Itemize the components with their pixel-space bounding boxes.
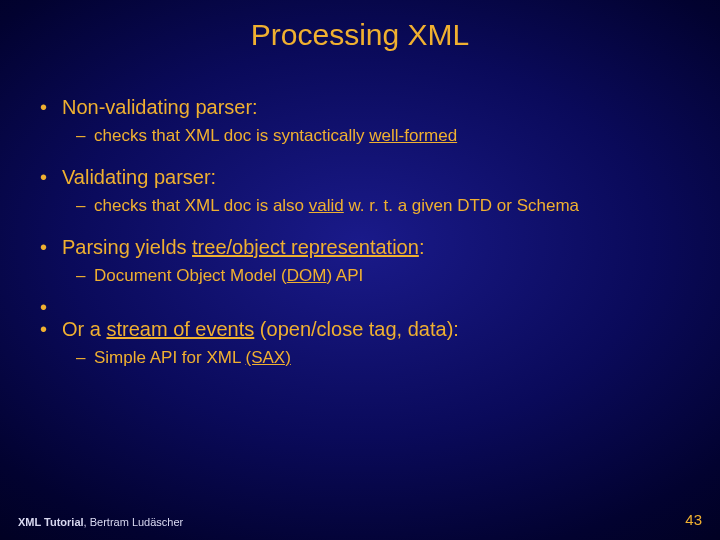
text: w. r. t. a given DTD or Schema (344, 196, 579, 215)
bullet-non-validating: Non-validating parser: (36, 94, 684, 121)
bullet-stream-events: Or a stream of events (open/close tag, d… (36, 316, 684, 343)
text: Simple API for XML (94, 348, 245, 367)
text: : (252, 96, 258, 118)
subbullet-valid: checks that XML doc is also valid w. r. … (36, 195, 684, 218)
bullet-validating: Validating parser: (36, 164, 684, 191)
footer: XML Tutorial, Bertram Ludäscher 43 (18, 511, 702, 528)
bullet-empty (36, 294, 684, 314)
text-underline: stream of events (106, 318, 254, 340)
text: Document Object Model ( (94, 266, 287, 285)
text-underline: tree/object representation (192, 236, 419, 258)
text-underline: DOM (287, 266, 327, 285)
page-number: 43 (685, 511, 702, 528)
subbullet-well-formed: checks that XML doc is syntactically wel… (36, 125, 684, 148)
text-underline: (SAX) (245, 348, 290, 367)
text: ) API (326, 266, 363, 285)
text: Validating parser (62, 166, 211, 188)
slide-content: Non-validating parser: checks that XML d… (0, 52, 720, 370)
text: Non-validating parser (62, 96, 252, 118)
slide-title: Processing XML (0, 0, 720, 52)
text: checks that XML doc is syntactically (94, 126, 369, 145)
text-underline: valid (309, 196, 344, 215)
footer-author: , Bertram Ludäscher (84, 516, 184, 528)
footer-title: XML Tutorial (18, 516, 84, 528)
text: Parsing yields (62, 236, 192, 258)
bullet-parsing-tree: Parsing yields tree/object representatio… (36, 234, 684, 261)
footer-left: XML Tutorial, Bertram Ludäscher (18, 516, 183, 528)
text: Or a (62, 318, 106, 340)
text-underline: well-formed (369, 126, 457, 145)
subbullet-dom: Document Object Model (DOM) API (36, 265, 684, 288)
slide: Processing XML Non-validating parser: ch… (0, 0, 720, 540)
subbullet-sax: Simple API for XML (SAX) (36, 347, 684, 370)
text: : (419, 236, 425, 258)
text: (open/close tag, data): (254, 318, 459, 340)
text: : (211, 166, 217, 188)
text: checks that XML doc is also (94, 196, 309, 215)
